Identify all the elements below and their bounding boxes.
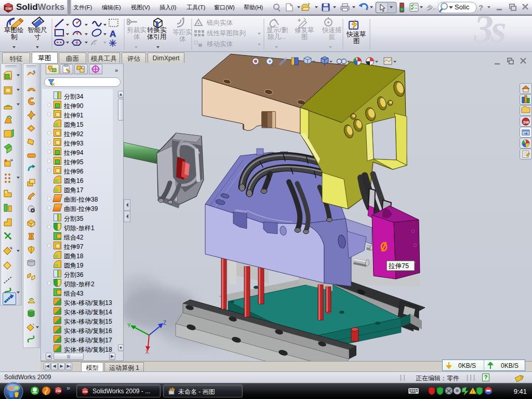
svg-text:制: 制	[11, 33, 18, 41]
svg-text:剪裁实: 剪裁实	[127, 26, 147, 34]
svg-text:体: 体	[179, 35, 186, 43]
svg-text:等距实: 等距实	[172, 29, 192, 36]
svg-text:移动实体: 移动实体	[207, 41, 233, 48]
svg-text:体引用: 体引用	[147, 33, 167, 41]
svg-text:修复草: 修复草	[295, 26, 314, 34]
svg-text:SW: SW	[83, 390, 88, 393]
svg-text:SW: SW	[56, 389, 61, 393]
svg-text:A: A	[110, 29, 116, 39]
svg-text:捉: 捉	[328, 33, 336, 41]
svg-text:Z: Z	[163, 320, 166, 326]
svg-text:快速草: 快速草	[346, 31, 366, 38]
svg-text:草图绘: 草图绘	[4, 26, 24, 34]
svg-text:少..: 少..	[427, 4, 436, 10]
svg-text:显示/删: 显示/删	[267, 26, 288, 34]
svg-text:Y: Y	[127, 323, 131, 328]
svg-text:线性草图阵列: 线性草图阵列	[207, 30, 246, 37]
svg-text:图: 图	[301, 33, 308, 41]
svg-text:快速捕: 快速捕	[322, 26, 342, 34]
svg-text:Solic: Solic	[455, 3, 470, 11]
svg-text:X: X	[145, 349, 149, 355]
svg-text:拉伸75: 拉伸75	[388, 262, 409, 270]
svg-text:!: !	[472, 389, 473, 394]
svg-text:除几...: 除几...	[268, 33, 286, 41]
svg-text:镜向实体: 镜向实体	[206, 19, 233, 26]
svg-text:智能尺: 智能尺	[28, 26, 47, 34]
svg-text:图: 图	[353, 37, 360, 45]
svg-text:SW: SW	[5, 6, 12, 11]
svg-text:转换实: 转换实	[147, 26, 167, 34]
svg-text:寸: 寸	[34, 33, 41, 41]
svg-text:体: 体	[134, 33, 140, 41]
svg-text:SW: SW	[523, 121, 529, 124]
